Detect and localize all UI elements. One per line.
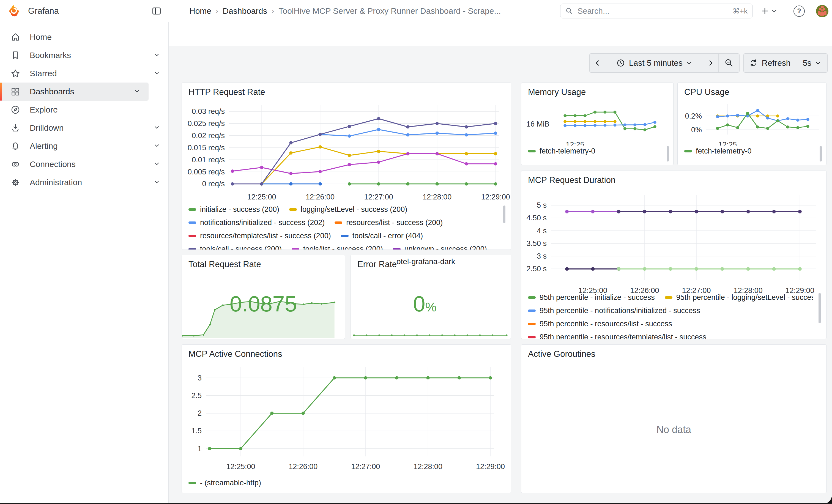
help-button[interactable]: ?: [794, 0, 805, 22]
legend-scrollbar[interactable]: [667, 146, 669, 161]
chevron-down-icon[interactable]: [154, 53, 160, 58]
sidebar-item-label: Dashboards: [30, 87, 74, 96]
legend-swatch-icon: [528, 336, 536, 338]
sidebar-item-starred[interactable]: Starred: [0, 64, 168, 82]
legend-scrollbar[interactable]: [503, 206, 505, 223]
breadcrumb-item[interactable]: Dashboards: [223, 6, 267, 16]
chevron-down-icon: [815, 61, 821, 65]
legend-row: tools/call - success (200)tools/list - s…: [188, 242, 498, 250]
refresh-controls: Refresh 5s: [744, 53, 828, 73]
chevron-down-icon[interactable]: [154, 125, 160, 131]
chevron-down-icon[interactable]: [154, 71, 160, 76]
mcp-request-duration-chart[interactable]: 12:25:0012:26:0012:27:0012:28:0012:29:00…: [521, 188, 827, 298]
time-range-picker[interactable]: Last 5 minutes: [605, 54, 703, 72]
sidebar-item-administration[interactable]: Administration: [0, 173, 168, 191]
time-shift-forward-button[interactable]: [703, 54, 718, 72]
datasource-floating-label: otel-grafana-dark: [396, 257, 455, 266]
grafana-app: Grafana Home›Dashboards›ToolHive MCP Ser…: [0, 0, 832, 504]
sidebar-item-label: Bookmarks: [30, 51, 71, 60]
panel-title[interactable]: Memory Usage: [528, 87, 586, 97]
chevron-down-icon[interactable]: [154, 161, 160, 167]
error-rate-unit: %: [425, 300, 437, 314]
panel-title[interactable]: Total Request Rate: [188, 260, 261, 269]
legend-item[interactable]: fetch-telemetry-0: [528, 147, 595, 155]
legend-swatch-icon: [188, 482, 196, 484]
sidebar-item-connections[interactable]: Connections: [0, 155, 168, 173]
legend-row: notifications/initialized - success (202…: [188, 216, 498, 229]
legend-item[interactable]: tools/call - success (200): [188, 245, 282, 250]
panel-error-rate: Error Rate otel-grafana-dark 0%: [350, 255, 511, 339]
legend-item[interactable]: resources/list - success (200): [335, 218, 443, 227]
dock-menu-icon[interactable]: [151, 6, 162, 16]
sidebar-item-explore[interactable]: Explore: [0, 101, 168, 119]
refresh-button[interactable]: Refresh: [744, 54, 796, 72]
legend-scrollbar[interactable]: [818, 293, 821, 323]
legend-label: 95th percentile - resources/list - succe…: [540, 320, 672, 328]
legend-item[interactable]: tools/list - success (200): [292, 245, 383, 250]
svg-text:0.005 req/s: 0.005 req/s: [188, 168, 225, 176]
total-request-rate-value: 0.0875: [182, 291, 345, 317]
legend-item[interactable]: 95th percentile - resources/templates/li…: [528, 333, 706, 339]
panel-title[interactable]: MCP Active Connections: [188, 349, 282, 359]
error-rate-sparkline[interactable]: [352, 330, 510, 338]
legend-item[interactable]: initialize - success (200): [188, 205, 279, 214]
panel-title[interactable]: Error Rate: [357, 260, 397, 269]
legend-item[interactable]: 95th percentile - notifications/initiali…: [528, 307, 700, 315]
legend-item[interactable]: tools/call - error (404): [341, 232, 423, 240]
panel-total-request-rate: Total Request Rate 0.0875: [182, 255, 345, 339]
zoom-out-button[interactable]: [718, 54, 739, 72]
panel-mcp-active-connections: MCP Active Connections 12:25:0012:26:001…: [182, 344, 511, 493]
legend-item[interactable]: 95th percentile - logging/setLevel - suc…: [665, 293, 813, 302]
sidebar-item-alerting[interactable]: Alerting: [0, 137, 168, 155]
http-request-rate-chart[interactable]: 12:25:0012:26:0012:27:0012:28:0012:29:00…: [182, 100, 511, 203]
legend-item[interactable]: fetch-telemetry-0: [684, 147, 752, 155]
sidebar-item-dashboards[interactable]: Dashboards: [0, 82, 149, 101]
legend-item[interactable]: unknown - success (200): [393, 245, 487, 250]
brand-name: Grafana: [28, 0, 59, 22]
legend-item[interactable]: notifications/initialized - success (202…: [188, 218, 324, 227]
legend-label: logging/setLevel - success (200): [301, 205, 407, 214]
legend-item[interactable]: 95th percentile - initialize - success: [528, 293, 655, 302]
legend-scrollbar[interactable]: [820, 146, 822, 161]
panel-title[interactable]: Active Goroutines: [528, 349, 595, 359]
legend-row: 95th percentile - resources/templates/li…: [528, 330, 813, 339]
panel-title[interactable]: CPU Usage: [684, 87, 729, 97]
legend-item[interactable]: resources/templates/list - success (200): [188, 232, 331, 240]
svg-text:2.5: 2.5: [191, 392, 202, 400]
refresh-interval-picker[interactable]: 5s: [796, 54, 827, 72]
chevron-right-icon: [708, 60, 713, 66]
chevron-down-icon[interactable]: [154, 143, 160, 149]
memory-usage-chart[interactable]: 12:2516 MiB: [521, 100, 674, 145]
apps-icon: [10, 87, 20, 97]
search-icon: [565, 7, 573, 15]
breadcrumb-item[interactable]: Home: [189, 6, 211, 16]
connections-icon: [10, 159, 20, 169]
svg-text:2: 2: [198, 409, 202, 417]
cpu-legend: fetch-telemetry-0: [684, 144, 813, 160]
mcp-active-connections-chart[interactable]: 12:25:0012:26:0012:27:0012:28:0012:29:00…: [182, 361, 511, 477]
chevron-down-icon[interactable]: [154, 180, 160, 185]
legend-item[interactable]: logging/setLevel - success (200): [289, 205, 407, 214]
cpu-usage-chart[interactable]: 12:250%0.2%: [678, 100, 827, 145]
panel-title[interactable]: HTTP Request Rate: [188, 87, 265, 97]
sidebar-item-label: Home: [30, 32, 52, 42]
legend-item[interactable]: - (streamable-http): [188, 479, 261, 487]
time-shift-back-button[interactable]: [590, 54, 605, 72]
legend-swatch-icon: [289, 208, 297, 211]
add-button[interactable]: [760, 0, 777, 22]
time-range-label: Last 5 minutes: [629, 58, 683, 68]
legend-swatch-icon: [188, 235, 196, 237]
sidebar-item-home[interactable]: Home: [0, 28, 168, 46]
search-box[interactable]: ⌘+k: [560, 4, 753, 19]
legend-row: 95th percentile - notifications/initiali…: [528, 304, 813, 317]
svg-text:12:29:00: 12:29:00: [481, 193, 510, 201]
legend-item[interactable]: 95th percentile - resources/list - succe…: [528, 320, 672, 328]
search-input[interactable]: [577, 6, 729, 16]
legend-swatch-icon: [684, 150, 692, 152]
chevron-down-icon[interactable]: [134, 89, 140, 95]
sidebar-item-bookmarks[interactable]: Bookmarks: [0, 46, 168, 64]
user-avatar[interactable]: [816, 5, 828, 17]
grafana-logo-icon[interactable]: [8, 4, 20, 17]
panel-title[interactable]: MCP Request Duration: [528, 175, 616, 185]
sidebar-item-drilldown[interactable]: Drilldown: [0, 119, 168, 137]
